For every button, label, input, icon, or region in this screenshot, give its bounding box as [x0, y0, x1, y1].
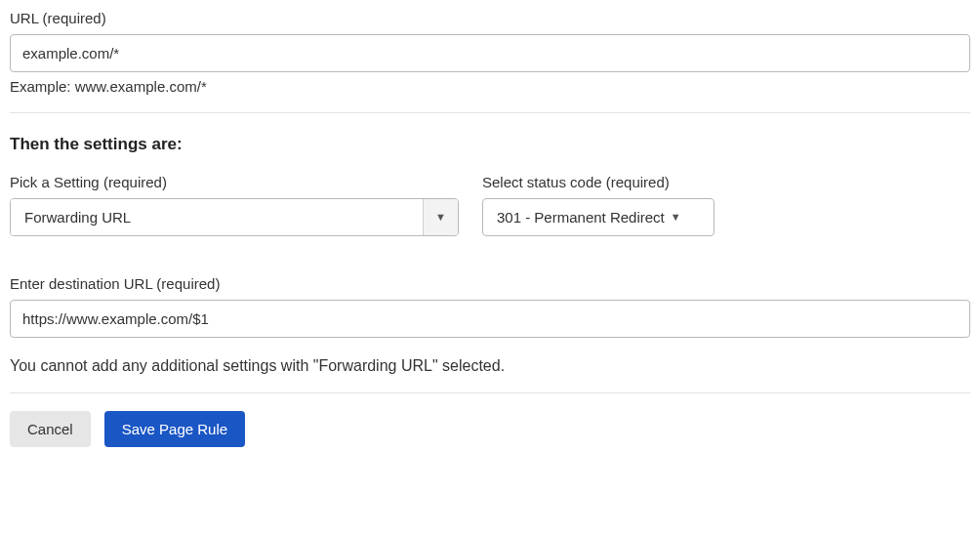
divider: [10, 392, 970, 393]
destination-input[interactable]: [10, 300, 970, 338]
settings-heading: Then the settings are:: [10, 135, 970, 154]
cancel-button[interactable]: Cancel: [10, 411, 91, 447]
pick-setting-value: Forwarding URL: [11, 199, 423, 235]
info-text: You cannot add any additional settings w…: [10, 357, 970, 375]
pick-setting-label: Pick a Setting (required): [10, 174, 459, 190]
pick-setting-select[interactable]: Forwarding URL ▼: [10, 198, 459, 236]
status-code-label: Select status code (required): [482, 174, 715, 190]
chevron-down-icon: ▼: [435, 212, 446, 223]
pick-setting-dropdown-button[interactable]: ▼: [423, 199, 458, 235]
url-helper-text: Example: www.example.com/*: [10, 78, 970, 95]
save-page-rule-button[interactable]: Save Page Rule: [104, 411, 245, 447]
chevron-down-icon: ▼: [671, 212, 681, 223]
status-code-value: 301 - Permanent Redirect: [497, 209, 665, 226]
status-code-select[interactable]: 301 - Permanent Redirect ▼: [482, 198, 715, 236]
destination-label: Enter destination URL (required): [10, 275, 970, 292]
url-label: URL (required): [10, 10, 970, 26]
url-input[interactable]: [10, 34, 970, 72]
divider: [10, 112, 970, 113]
